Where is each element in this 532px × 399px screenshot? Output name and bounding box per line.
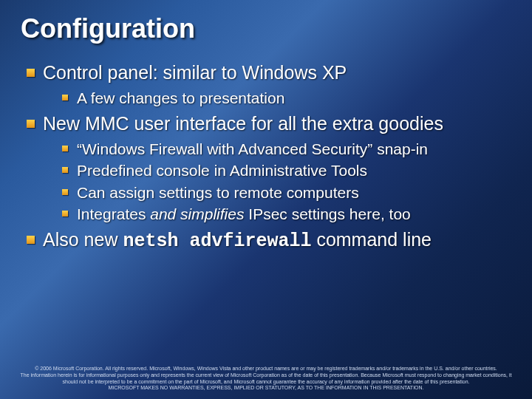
sub-list: A few changes to presentation bbox=[43, 87, 511, 109]
bullet-ipsec: Integrates and simplifies IPsec settings… bbox=[61, 203, 511, 225]
bullet-list: Control panel: similar to Windows XP A f… bbox=[25, 61, 511, 254]
bullet-predefined-console: Predefined console in Administrative Too… bbox=[61, 160, 511, 181]
bullet-netsh: Also new netsh advfirewall command line bbox=[25, 228, 511, 254]
bullet-text-code: netsh advfirewall bbox=[123, 231, 311, 252]
bullet-text: IPsec settings here, too bbox=[244, 205, 410, 222]
bullet-text: “Windows Firewall with Advanced Security… bbox=[77, 140, 428, 157]
bullet-new-mmc: New MMC user interface for all the extra… bbox=[25, 112, 511, 225]
footer-disclaimer: © 2006 Microsoft Corporation. All rights… bbox=[0, 366, 532, 392]
footer-line: © 2006 Microsoft Corporation. All rights… bbox=[13, 366, 519, 372]
bullet-control-panel: Control panel: similar to Windows XP A f… bbox=[25, 61, 511, 109]
bullet-text: Control panel: similar to Windows XP bbox=[43, 62, 347, 83]
bullet-text: Also new bbox=[43, 229, 123, 250]
bullet-few-changes: A few changes to presentation bbox=[61, 87, 511, 109]
bullet-text: New MMC user interface for all the extra… bbox=[43, 113, 443, 134]
footer-line: The information herein is for informatio… bbox=[13, 372, 519, 386]
slide-title: Configuration bbox=[21, 13, 511, 44]
bullet-text: A few changes to presentation bbox=[77, 89, 284, 106]
sub-list: “Windows Firewall with Advanced Security… bbox=[43, 138, 511, 225]
footer-line: MICROSOFT MAKES NO WARRANTIES, EXPRESS, … bbox=[13, 385, 519, 392]
bullet-text: Predefined console in Administrative Too… bbox=[77, 162, 367, 179]
bullet-firewall-snapin: “Windows Firewall with Advanced Security… bbox=[61, 138, 511, 160]
bullet-text: command line bbox=[311, 229, 432, 250]
slide: Configuration Control panel: similar to … bbox=[0, 0, 532, 399]
bullet-text: Integrates bbox=[77, 205, 150, 222]
slide-content: Control panel: similar to Windows XP A f… bbox=[21, 61, 511, 254]
bullet-text: Can assign settings to remote computers bbox=[77, 184, 359, 201]
bullet-text-italic: and simplifies bbox=[150, 205, 244, 222]
bullet-remote-computers: Can assign settings to remote computers bbox=[61, 182, 511, 203]
